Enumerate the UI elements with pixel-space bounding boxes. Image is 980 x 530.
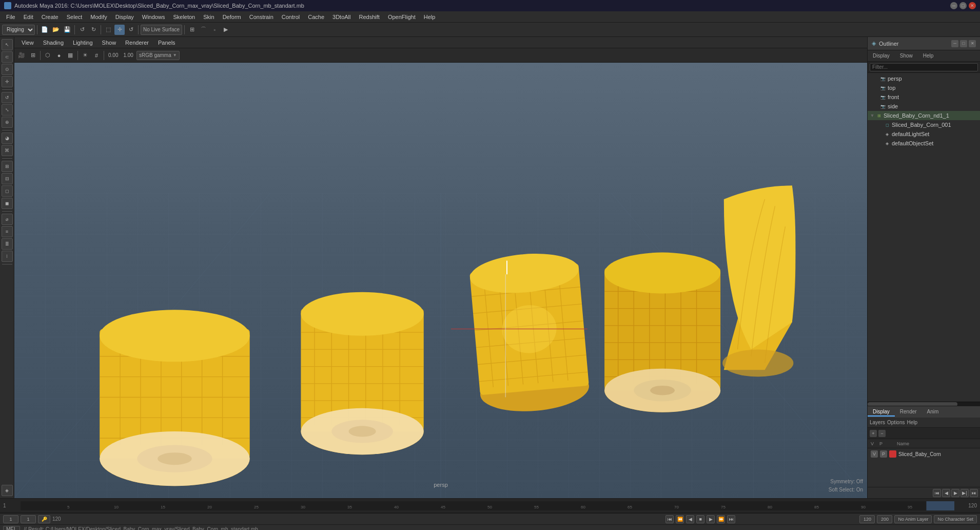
tree-item-top[interactable]: 📷 top — [868, 83, 980, 92]
end-current-frame[interactable]: 120 — [859, 515, 875, 523]
outliner-maximize-button[interactable]: □ — [960, 40, 967, 47]
corn-group-expand-icon[interactable]: ▼ — [870, 113, 875, 118]
delete-layer-button[interactable]: − — [878, 430, 886, 437]
tree-item-side[interactable]: 📷 side — [868, 102, 980, 111]
close-button[interactable]: ✕ — [969, 2, 976, 9]
tree-item-corn-mesh[interactable]: ◻ Sliced_Baby_Corn_001 — [868, 120, 980, 129]
split-poly-button[interactable]: ⌀ — [2, 214, 13, 225]
step-forward-button[interactable]: ⏩ — [717, 515, 725, 523]
viewport-menu-shading[interactable]: Shading — [39, 39, 68, 47]
minimize-button[interactable]: ─ — [950, 2, 957, 9]
universal-manip-button[interactable]: ⊕ — [2, 117, 13, 128]
menu-help[interactable]: Help — [420, 13, 440, 21]
menu-deform[interactable]: Deform — [219, 13, 245, 21]
outliner-tab-help[interactable]: Help — [918, 52, 939, 60]
menu-skin[interactable]: Skin — [199, 13, 218, 21]
outliner-minimize-button[interactable]: ─ — [951, 40, 958, 47]
smooth-shade-button[interactable]: ● — [54, 50, 64, 61]
offset-edge-button[interactable]: ≣ — [2, 238, 13, 250]
viewport-menu-view[interactable]: View — [17, 39, 38, 47]
show-manip-button[interactable]: ⊞ — [2, 161, 13, 172]
rigging-select[interactable]: Rigging — [2, 25, 35, 35]
menu-windows[interactable]: Windows — [138, 13, 169, 21]
frame-input-start[interactable]: 1 — [3, 515, 18, 523]
open-file-button[interactable]: 📂 — [51, 25, 61, 35]
lower-tab-render[interactable]: Render — [895, 408, 922, 417]
camera-select-icon[interactable]: 🎥 — [16, 50, 27, 61]
render-button[interactable]: ▶ — [221, 25, 231, 35]
play-back-button[interactable]: ◀ — [686, 515, 694, 523]
snap-point-button[interactable]: ◦ — [209, 25, 220, 35]
play-forward-button[interactable]: ▶ — [707, 515, 715, 523]
scale-button[interactable]: ⤡ — [2, 104, 13, 116]
quick-select-button[interactable]: ◈ — [2, 485, 13, 496]
outliner-search-input[interactable] — [870, 63, 978, 71]
undo-button[interactable]: ↺ — [77, 25, 87, 35]
outliner-tab-show[interactable]: Show — [895, 52, 918, 60]
go-to-end-button[interactable]: ⏭ — [727, 515, 735, 523]
new-layer-button[interactable]: + — [870, 430, 877, 437]
layers-option[interactable]: Layers — [870, 420, 885, 425]
move-tool-button[interactable]: ✛ — [114, 25, 125, 35]
viewport-menu-renderer[interactable]: Renderer — [121, 39, 153, 47]
time-ruler[interactable]: 5 10 15 20 25 30 35 40 45 50 55 60 65 70… — [21, 501, 954, 510]
viewport-menu-panels[interactable]: Panels — [154, 39, 180, 47]
create-poly-button[interactable]: ◻ — [2, 185, 13, 197]
layer-play-btn[interactable]: ▶ — [951, 489, 959, 497]
help-option[interactable]: Help — [907, 420, 917, 425]
layer-next-btn[interactable]: ▶| — [961, 489, 969, 497]
menu-skeleton[interactable]: Skeleton — [169, 13, 199, 21]
menu-select[interactable]: Select — [63, 13, 87, 21]
select-tool-button[interactable]: ⬚ — [103, 25, 113, 35]
3d-viewport[interactable]: persp Symmetry: Off Soft Select: On — [14, 63, 867, 498]
lighting-button[interactable]: ☀ — [80, 50, 90, 61]
menu-redshift[interactable]: Redshift — [355, 13, 384, 21]
grid-toggle-button[interactable]: # — [91, 50, 102, 61]
snap-align-button[interactable]: ⊟ — [2, 173, 13, 184]
menu-cache[interactable]: Cache — [304, 13, 328, 21]
lower-tab-anim[interactable]: Anim — [922, 408, 944, 417]
go-to-start-button[interactable]: ⏮ — [665, 515, 674, 523]
save-file-button[interactable]: 💾 — [62, 25, 72, 35]
layer-playback-button[interactable]: P — [880, 450, 887, 458]
lasso-select-button[interactable]: ⊂ — [2, 51, 13, 63]
layer-last-btn[interactable]: ⏭ — [970, 489, 978, 497]
lower-tab-display[interactable]: Display — [868, 408, 895, 417]
stop-button[interactable]: ■ — [696, 515, 704, 523]
layer-row[interactable]: V P Sliced_Baby_Corn — [868, 448, 980, 460]
menu-constrain[interactable]: Constrain — [245, 13, 278, 21]
tree-item-front[interactable]: 📷 front — [868, 92, 980, 102]
tree-item-object-set[interactable]: ◈ defaultObjectSet — [868, 139, 980, 148]
no-live-surface-label[interactable]: No Live Surface — [141, 25, 182, 35]
layer-color-swatch[interactable] — [889, 450, 896, 458]
character-set-select[interactable]: No Character Set — [934, 515, 977, 523]
snap-curve-button[interactable]: ⌒ — [198, 25, 208, 35]
menu-control[interactable]: Control — [278, 13, 304, 21]
outliner-tree[interactable]: 📷 persp 📷 top 📷 front 📷 — [868, 73, 980, 402]
snap-grid-button[interactable]: ⊞ — [187, 25, 197, 35]
color-space-select[interactable]: sRGB gamma ▼ — [136, 51, 180, 60]
rotate-button[interactable]: ↺ — [2, 92, 13, 103]
select-mode-button[interactable]: ↖ — [2, 39, 13, 50]
tree-item-persp[interactable]: 📷 persp — [868, 74, 980, 83]
soft-mod-button[interactable]: ◕ — [2, 132, 13, 144]
options-option[interactable]: Options — [887, 420, 905, 425]
frame-input-current[interactable]: 1 — [21, 515, 36, 523]
maximize-button[interactable]: □ — [959, 2, 967, 9]
anim-layer-select[interactable]: No Anim Layer — [894, 515, 932, 523]
menu-edit[interactable]: Edit — [19, 13, 37, 21]
append-poly-button[interactable]: ◼ — [2, 198, 13, 209]
menu-file[interactable]: File — [2, 13, 19, 21]
layer-visibility-button[interactable]: V — [871, 450, 878, 458]
redo-button[interactable]: ↻ — [88, 25, 99, 35]
frame-all-button[interactable]: ⊞ — [28, 50, 38, 61]
tree-item-light-set[interactable]: ◈ defaultLightSet — [868, 129, 980, 139]
viewport-menu-show[interactable]: Show — [98, 39, 121, 47]
rotate-tool-button[interactable]: ↺ — [126, 25, 136, 35]
menu-display[interactable]: Display — [111, 13, 138, 21]
layer-first-btn[interactable]: ⏮ — [933, 489, 941, 497]
outliner-hscrollbar[interactable] — [868, 402, 980, 406]
end-anim-frame[interactable]: 200 — [877, 515, 892, 523]
outliner-close-button[interactable]: ✕ — [969, 40, 976, 47]
menu-create[interactable]: Create — [37, 13, 63, 21]
